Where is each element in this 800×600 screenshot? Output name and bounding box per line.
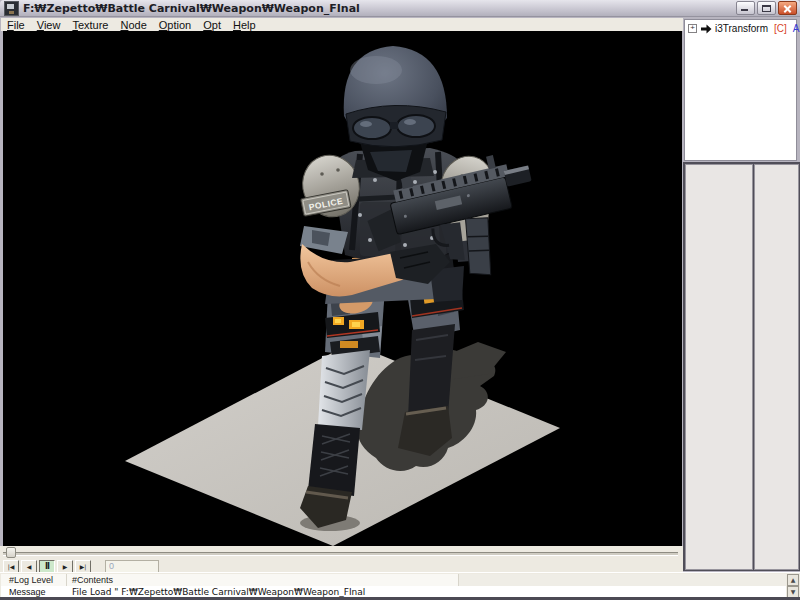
menu-node[interactable]: Node [114, 19, 152, 31]
property-panel-left [685, 164, 753, 570]
tree-node-label: i3Transform [715, 23, 768, 34]
scroll-up-icon: ▲ [791, 576, 796, 583]
minimize-icon [741, 9, 748, 11]
tree-node-link[interactable]: AxisRotate [793, 23, 800, 34]
log-header-level[interactable]: #Log Level [1, 574, 67, 586]
app-icon[interactable] [4, 1, 19, 16]
last-frame-icon: ▶| [80, 563, 87, 570]
pause-button[interactable]: II [39, 560, 55, 573]
first-frame-icon: |◀ [8, 563, 15, 570]
menubar: File View Texture Node Option Opt Help [1, 18, 683, 31]
menu-option[interactable]: Option [153, 19, 197, 31]
transform-node-icon [700, 24, 712, 34]
app-window: F:₩Zepetto₩Battle Carnival₩Weapon₩Weapon… [0, 0, 800, 600]
animation-controls: |◀ ◀ II ▶ ▶| [0, 546, 683, 572]
menu-texture[interactable]: Texture [66, 19, 114, 31]
frame-number-input[interactable] [105, 560, 159, 573]
prev-frame-icon: ◀ [27, 563, 32, 570]
menu-view[interactable]: View [31, 19, 67, 31]
first-frame-button[interactable]: |◀ [3, 560, 19, 573]
close-button[interactable] [778, 1, 797, 15]
property-panel-right [754, 164, 799, 570]
tree-node-badge: [C] [774, 23, 787, 34]
pause-icon: II [45, 562, 49, 571]
log-panel: #Log Level #Contents Message File Load "… [0, 572, 800, 598]
last-frame-button[interactable]: ▶| [75, 560, 91, 573]
minimize-button[interactable] [736, 1, 755, 15]
log-scrollbar: ▲ ▼ [787, 574, 799, 598]
viewport-3d[interactable]: POLICE [3, 31, 682, 546]
scroll-down-icon: ▼ [791, 588, 796, 595]
menu-file[interactable]: File [1, 19, 31, 31]
titlebar[interactable]: F:₩Zepetto₩Battle Carnival₩Weapon₩Weapon… [0, 0, 800, 17]
log-header: #Log Level #Contents [1, 574, 786, 586]
maximize-button[interactable] [757, 1, 776, 15]
menu-opt[interactable]: Opt [197, 19, 227, 31]
expand-icon[interactable]: + [688, 24, 697, 33]
prev-frame-button[interactable]: ◀ [21, 560, 37, 573]
node-tree-panel[interactable]: + i3Transform [C] AxisRotate [684, 19, 797, 161]
window-title: F:₩Zepetto₩Battle Carnival₩Weapon₩Weapon… [23, 2, 736, 15]
next-frame-icon: ▶ [63, 563, 68, 570]
log-header-contents[interactable]: #Contents [67, 574, 459, 586]
property-panels [683, 162, 800, 571]
menu-help[interactable]: Help [227, 19, 262, 31]
timeline-track[interactable] [3, 552, 678, 556]
window-controls [736, 1, 797, 15]
log-scroll-up-button[interactable]: ▲ [787, 574, 799, 586]
maximize-icon [762, 5, 771, 12]
transport-bar: |◀ ◀ II ▶ ▶| [3, 559, 159, 573]
tree-item-i3transform[interactable]: + i3Transform [C] AxisRotate [685, 20, 796, 34]
timeline-thumb[interactable] [6, 547, 16, 558]
next-frame-button[interactable]: ▶ [57, 560, 73, 573]
timeline-slider[interactable] [0, 546, 683, 558]
